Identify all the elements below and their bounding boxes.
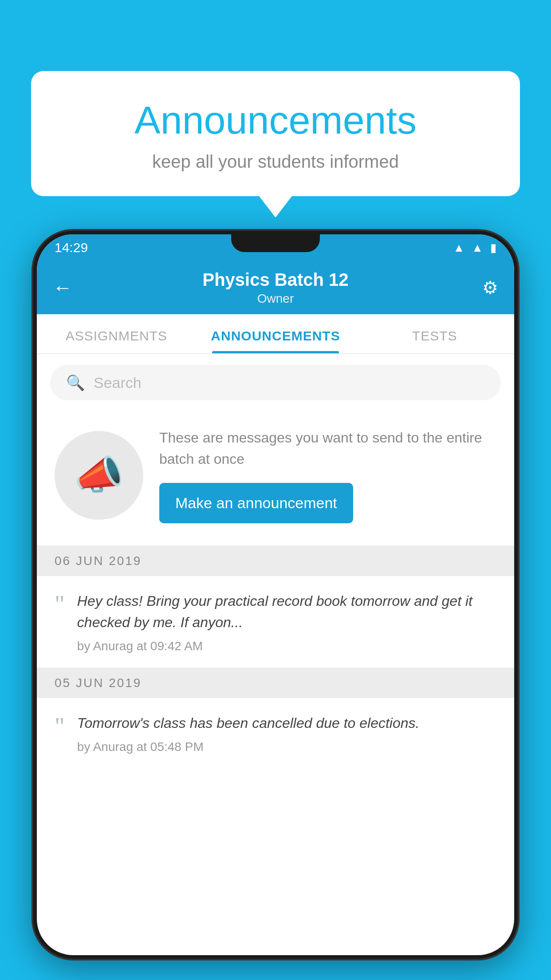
search-area: 🔍 Search: [37, 354, 514, 411]
phone-screen: 14:29 ▲ ▲ ▮ ← Physics Batch 12 Owner ⚙ A…: [37, 234, 514, 955]
batch-title: Physics Batch 12: [84, 270, 467, 290]
announcement-text-area-2: Tomorrow's class has been cancelled due …: [77, 712, 496, 754]
make-announcement-button[interactable]: Make an announcement: [159, 483, 353, 523]
announcement-text-1: Hey class! Bring your practical record b…: [77, 590, 496, 633]
date-separator-2: 05 JUN 2019: [37, 668, 514, 698]
date-separator-1: 06 JUN 2019: [37, 546, 514, 576]
bubble-subtitle: keep all your students informed: [67, 152, 484, 172]
status-time: 14:29: [55, 240, 88, 255]
announcement-item-1[interactable]: " Hey class! Bring your practical record…: [37, 576, 514, 668]
back-button[interactable]: ←: [53, 277, 84, 299]
phone-wrapper: 14:29 ▲ ▲ ▮ ← Physics Batch 12 Owner ⚙ A…: [33, 231, 518, 980]
signal-icon: ▲: [472, 241, 483, 255]
top-bar-title-area: Physics Batch 12 Owner: [84, 270, 467, 306]
settings-button[interactable]: ⚙: [467, 277, 498, 298]
tab-assignments[interactable]: ASSIGNMENTS: [37, 328, 196, 353]
owner-label: Owner: [84, 292, 467, 306]
announcement-meta-1: by Anurag at 09:42 AM: [77, 639, 496, 653]
search-placeholder-text: Search: [94, 374, 142, 391]
announcement-meta-2: by Anurag at 05:48 PM: [77, 740, 496, 754]
promo-icon-circle: 📣: [55, 431, 143, 520]
camera-notch: [231, 234, 320, 252]
wifi-icon: ▲: [453, 241, 465, 255]
status-icons: ▲ ▲ ▮: [453, 241, 496, 255]
speech-bubble: Announcements keep all your students inf…: [31, 71, 520, 196]
megaphone-icon: 📣: [74, 452, 124, 498]
bubble-title: Announcements: [67, 98, 484, 143]
promo-area: 📣 These are messages you want to send to…: [37, 411, 514, 546]
tab-announcements[interactable]: ANNOUNCEMENTS: [196, 328, 355, 353]
announcement-text-area-1: Hey class! Bring your practical record b…: [77, 590, 496, 653]
announcement-item-2[interactable]: " Tomorrow's class has been cancelled du…: [37, 698, 514, 768]
tabs-bar: ASSIGNMENTS ANNOUNCEMENTS TESTS: [37, 314, 514, 354]
speech-bubble-container: Announcements keep all your students inf…: [31, 71, 520, 196]
phone-frame: 14:29 ▲ ▲ ▮ ← Physics Batch 12 Owner ⚙ A…: [33, 231, 518, 959]
promo-description: These are messages you want to send to t…: [159, 427, 496, 470]
announcement-text-2: Tomorrow's class has been cancelled due …: [77, 712, 496, 734]
quote-icon-1: ": [55, 592, 65, 617]
quote-icon-2: ": [55, 714, 65, 739]
search-bar[interactable]: 🔍 Search: [50, 365, 501, 400]
promo-text-area: These are messages you want to send to t…: [159, 427, 496, 523]
search-icon: 🔍: [66, 374, 85, 391]
tab-tests[interactable]: TESTS: [355, 328, 514, 353]
top-bar: ← Physics Batch 12 Owner ⚙: [37, 261, 514, 314]
battery-icon: ▮: [490, 241, 496, 255]
